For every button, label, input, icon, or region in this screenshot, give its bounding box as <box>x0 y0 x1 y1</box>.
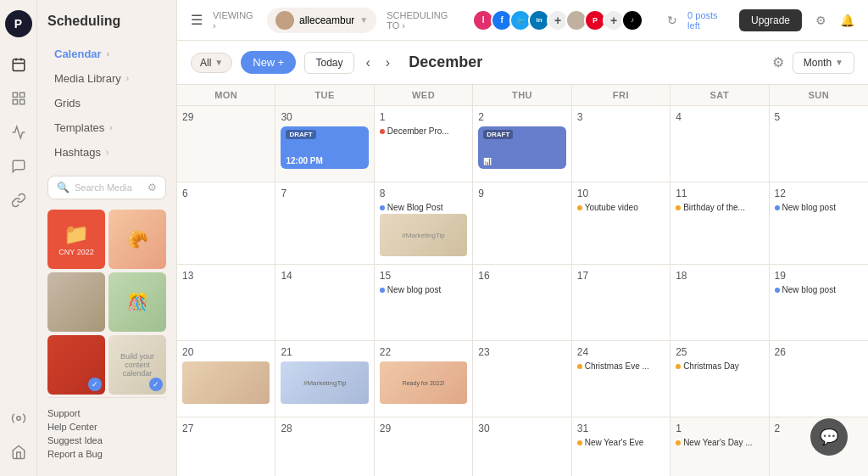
draft-label-dec2: DRAFT <box>483 130 513 139</box>
cal-cell-nov30[interactable]: 30 DRAFT 12:00 PM <box>275 106 374 182</box>
cal-cell-dec30[interactable]: 30 <box>473 417 571 476</box>
nav-home-icon[interactable] <box>5 439 32 466</box>
cal-cell-dec7[interactable]: 7 <box>275 182 374 265</box>
event-dec1[interactable]: December Pro... <box>380 126 467 136</box>
prev-month-button[interactable]: ‹ <box>363 52 374 74</box>
draft-card-nov30[interactable]: DRAFT 12:00 PM <box>281 126 368 169</box>
nav-media-icon[interactable] <box>5 85 32 112</box>
cal-cell-dec28[interactable]: 28 <box>275 417 374 476</box>
chat-bubble-button[interactable]: 💬 <box>810 418 848 456</box>
sidebar-item-media-library[interactable]: Media Library › <box>47 67 166 90</box>
calendar-settings-icon[interactable]: ⚙ <box>772 54 784 70</box>
header-sat: SAT <box>670 85 769 105</box>
user-selector[interactable]: alleceambur ▼ <box>267 8 376 33</box>
cal-cell-dec25[interactable]: 25 Christmas Day <box>670 341 769 417</box>
cal-cell-dec18[interactable]: 18 <box>670 265 769 341</box>
nav-analytics-icon[interactable] <box>5 119 32 146</box>
nav-calendar-icon[interactable] <box>5 51 32 78</box>
cal-cell-dec8[interactable]: 8 New Blog Post #MarketingTip <box>375 182 473 265</box>
cal-cell-dec24[interactable]: 24 Christmas Eve ... <box>572 341 670 417</box>
sidebar-grids-label: Grids <box>54 97 81 109</box>
cal-cell-dec5[interactable]: 5 <box>770 106 868 182</box>
search-media-input[interactable]: 🔍 Search Media ⚙ <box>47 176 166 199</box>
cal-cell-dec2[interactable]: 2 DRAFT 📊 <box>473 106 571 182</box>
media-item-folder[interactable]: 📁 CNY 2022 <box>47 210 105 269</box>
media-item-1[interactable]: 🥐 <box>108 210 166 269</box>
media-item-2[interactable] <box>47 272 105 332</box>
cal-cell-dec26[interactable]: 26 <box>770 341 868 417</box>
upgrade-button[interactable]: Upgrade <box>739 9 802 31</box>
cal-cell-dec14[interactable]: 14 <box>275 265 374 341</box>
event-dec31[interactable]: New Year's Eve <box>577 438 665 447</box>
nav-links-icon[interactable] <box>5 187 32 214</box>
media-item-5[interactable]: Build your content calendar ✓ <box>108 335 166 395</box>
cal-cell-dec16[interactable]: 16 <box>473 265 571 341</box>
nav-settings-icon[interactable] <box>5 405 32 432</box>
event-dec8[interactable]: New Blog Post <box>380 203 467 212</box>
media-item-4[interactable]: ✓ <box>47 335 105 395</box>
event-dec10[interactable]: Youtube video <box>577 203 665 212</box>
event-jan1[interactable]: New Year's Day ... <box>676 438 763 447</box>
event-dot-dec24 <box>577 364 582 369</box>
search-settings-icon[interactable]: ⚙ <box>147 182 157 193</box>
new-post-button[interactable]: New + <box>241 51 296 74</box>
sidebar-item-calendar[interactable]: Calendar › <box>47 42 166 65</box>
menu-icon[interactable]: ☰ <box>191 12 203 28</box>
sidebar-item-grids[interactable]: Grids <box>47 92 166 115</box>
cal-cell-dec10[interactable]: 10 Youtube video <box>572 182 670 265</box>
sidebar-hashtags-label: Hashtags <box>54 146 101 159</box>
cal-cell-dec4[interactable]: 4 <box>670 106 769 182</box>
cal-cell-dec1[interactable]: 1 December Pro... <box>375 106 473 182</box>
event-dec12[interactable]: New blog post <box>775 203 863 212</box>
event-dec11[interactable]: Birthday of the... <box>676 203 763 212</box>
user-name: alleceambur <box>299 14 354 26</box>
media-chevron-icon: › <box>126 74 129 83</box>
cal-cell-dec31[interactable]: 31 New Year's Eve <box>572 417 670 476</box>
cal-cell-dec13[interactable]: 13 <box>177 265 275 341</box>
cal-cell-dec12[interactable]: 12 New blog post <box>770 182 868 265</box>
draft-card-dec2[interactable]: DRAFT 📊 <box>478 126 565 169</box>
report-bug-link[interactable]: Report a Bug <box>47 449 166 459</box>
cal-cell-dec19[interactable]: 19 New blog post <box>770 265 868 341</box>
tiktok-icon[interactable]: ♪ <box>621 9 643 31</box>
event-dec19[interactable]: New blog post <box>775 285 863 294</box>
cal-cell-dec15[interactable]: 15 New blog post <box>375 265 473 341</box>
cal-cell-dec17[interactable]: 17 <box>572 265 670 341</box>
date-dec22: 22 <box>380 346 467 358</box>
nav-messages-icon[interactable] <box>5 153 32 180</box>
cal-cell-dec11[interactable]: 11 Birthday of the... <box>670 182 769 265</box>
notifications-icon[interactable]: 🔔 <box>840 14 854 27</box>
media-item-3[interactable]: 🎊 <box>108 272 166 332</box>
all-filter-button[interactable]: All ▼ <box>191 53 232 73</box>
cal-cell-dec22[interactable]: 22 Ready for 2022! <box>375 341 473 417</box>
app-logo[interactable]: P <box>5 10 32 37</box>
help-center-link[interactable]: Help Center <box>47 422 166 432</box>
refresh-icon[interactable]: ↻ <box>667 14 677 27</box>
cal-cell-dec3[interactable]: 3 <box>572 106 670 182</box>
cal-cell-dec27[interactable]: 27 <box>177 417 275 476</box>
cal-cell-dec6[interactable]: 6 <box>177 182 275 265</box>
sidebar-item-templates[interactable]: Templates › <box>47 116 166 139</box>
today-button[interactable]: Today <box>304 52 353 74</box>
cal-cell-jan1[interactable]: 1 New Year's Day ... <box>670 417 769 476</box>
cal-cell-dec9[interactable]: 9 <box>473 182 571 265</box>
draft-content-dec2: 📊 <box>483 158 560 165</box>
event-dec15[interactable]: New blog post <box>380 285 467 294</box>
next-month-button[interactable]: › <box>382 52 393 74</box>
sidebar-item-hashtags[interactable]: Hashtags › <box>47 141 166 164</box>
support-link[interactable]: Support <box>47 408 166 418</box>
header-thu: THU <box>473 85 571 105</box>
suggest-idea-link[interactable]: Suggest Idea <box>47 435 166 445</box>
event-dec25[interactable]: Christmas Day <box>676 361 763 371</box>
event-text-dec19: New blog post <box>782 285 836 294</box>
cal-cell-dec21[interactable]: 21 #MarketingTip <box>275 341 374 417</box>
cal-cell-dec29[interactable]: 29 <box>375 417 473 476</box>
posts-left[interactable]: 0 posts left <box>687 10 729 31</box>
cal-cell-dec23[interactable]: 23 <box>473 341 571 417</box>
cal-cell-nov29[interactable]: 29 <box>177 106 275 182</box>
month-view-button[interactable]: Month ▼ <box>793 52 854 74</box>
event-dec24[interactable]: Christmas Eve ... <box>577 361 665 371</box>
month-title: December <box>409 53 482 71</box>
cal-cell-dec20[interactable]: 20 <box>177 341 275 417</box>
settings-icon[interactable]: ⚙ <box>815 14 826 27</box>
